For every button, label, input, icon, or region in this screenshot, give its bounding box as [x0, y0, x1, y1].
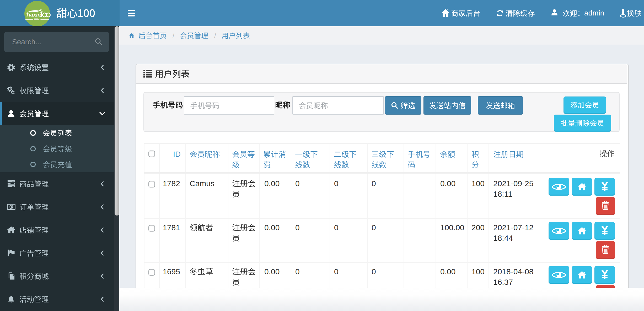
svg-text:Tiaxin: Tiaxin	[26, 12, 41, 18]
